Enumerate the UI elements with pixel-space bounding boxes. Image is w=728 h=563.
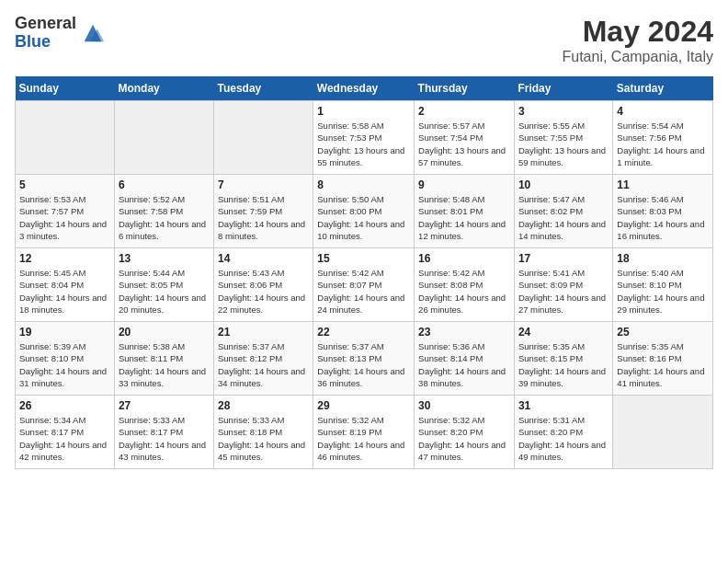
day-number: 20	[119, 326, 210, 339]
logo-blue: Blue	[15, 33, 76, 52]
day-number: 19	[19, 326, 110, 339]
day-number: 4	[617, 105, 709, 118]
day-cell	[114, 101, 213, 175]
day-number: 11	[617, 178, 709, 191]
day-cell: 20Sunrise: 5:38 AM Sunset: 8:11 PM Dayli…	[114, 322, 213, 396]
location: Futani, Campania, Italy	[562, 49, 713, 65]
day-detail: Sunrise: 5:45 AM Sunset: 8:04 PM Dayligh…	[19, 267, 110, 316]
day-cell: 19Sunrise: 5:39 AM Sunset: 8:10 PM Dayli…	[16, 322, 115, 396]
day-cell: 10Sunrise: 5:47 AM Sunset: 8:02 PM Dayli…	[514, 175, 612, 248]
day-header-friday: Friday	[514, 76, 612, 101]
day-header-sunday: Sunday	[16, 76, 115, 101]
week-row-1: 1Sunrise: 5:58 AM Sunset: 7:53 PM Daylig…	[16, 101, 713, 175]
day-detail: Sunrise: 5:50 AM Sunset: 8:00 PM Dayligh…	[317, 193, 410, 242]
calendar-table: SundayMondayTuesdayWednesdayThursdayFrid…	[15, 76, 713, 469]
day-number: 31	[518, 399, 609, 412]
day-cell: 27Sunrise: 5:33 AM Sunset: 8:17 PM Dayli…	[114, 396, 213, 469]
day-number: 14	[218, 252, 309, 265]
day-number: 3	[518, 105, 609, 118]
day-number: 12	[19, 252, 110, 265]
day-detail: Sunrise: 5:53 AM Sunset: 7:57 PM Dayligh…	[19, 193, 110, 242]
day-number: 16	[418, 252, 510, 265]
day-number: 17	[518, 252, 609, 265]
day-detail: Sunrise: 5:32 AM Sunset: 8:19 PM Dayligh…	[317, 414, 410, 463]
month-title: May 2024	[562, 15, 713, 49]
day-detail: Sunrise: 5:54 AM Sunset: 7:56 PM Dayligh…	[617, 120, 709, 168]
day-number: 18	[617, 252, 709, 265]
day-number: 10	[518, 178, 609, 191]
day-cell: 13Sunrise: 5:44 AM Sunset: 8:05 PM Dayli…	[114, 248, 213, 322]
day-detail: Sunrise: 5:46 AM Sunset: 8:03 PM Dayligh…	[617, 193, 709, 242]
day-cell: 16Sunrise: 5:42 AM Sunset: 8:08 PM Dayli…	[415, 248, 515, 322]
day-cell	[16, 101, 115, 175]
day-cell: 9Sunrise: 5:48 AM Sunset: 8:01 PM Daylig…	[415, 175, 515, 248]
logo: General Blue	[15, 15, 106, 52]
day-number: 1	[317, 105, 410, 118]
day-detail: Sunrise: 5:44 AM Sunset: 8:05 PM Dayligh…	[119, 267, 210, 316]
day-cell: 1Sunrise: 5:58 AM Sunset: 7:53 PM Daylig…	[313, 101, 415, 175]
day-number: 22	[317, 326, 410, 339]
day-header-tuesday: Tuesday	[214, 76, 313, 101]
days-header-row: SundayMondayTuesdayWednesdayThursdayFrid…	[16, 76, 713, 101]
day-cell: 26Sunrise: 5:34 AM Sunset: 8:17 PM Dayli…	[16, 396, 115, 469]
day-number: 28	[218, 399, 309, 412]
day-cell: 3Sunrise: 5:55 AM Sunset: 7:55 PM Daylig…	[514, 101, 612, 175]
logo-icon	[80, 20, 106, 46]
title-block: May 2024 Futani, Campania, Italy	[562, 15, 713, 65]
day-detail: Sunrise: 5:57 AM Sunset: 7:54 PM Dayligh…	[418, 120, 510, 168]
day-cell: 12Sunrise: 5:45 AM Sunset: 8:04 PM Dayli…	[16, 248, 115, 322]
day-cell: 11Sunrise: 5:46 AM Sunset: 8:03 PM Dayli…	[613, 175, 713, 248]
day-cell: 14Sunrise: 5:43 AM Sunset: 8:06 PM Dayli…	[214, 248, 313, 322]
day-cell: 18Sunrise: 5:40 AM Sunset: 8:10 PM Dayli…	[613, 248, 713, 322]
day-cell: 24Sunrise: 5:35 AM Sunset: 8:15 PM Dayli…	[514, 322, 612, 396]
day-cell	[214, 101, 313, 175]
day-detail: Sunrise: 5:43 AM Sunset: 8:06 PM Dayligh…	[218, 267, 309, 316]
day-detail: Sunrise: 5:55 AM Sunset: 7:55 PM Dayligh…	[518, 120, 609, 168]
day-number: 26	[19, 399, 110, 412]
day-cell: 29Sunrise: 5:32 AM Sunset: 8:19 PM Dayli…	[313, 396, 415, 469]
day-number: 29	[317, 399, 410, 412]
day-detail: Sunrise: 5:35 AM Sunset: 8:16 PM Dayligh…	[617, 340, 709, 389]
day-cell: 15Sunrise: 5:42 AM Sunset: 8:07 PM Dayli…	[313, 248, 415, 322]
day-number: 30	[418, 399, 510, 412]
logo-general: General	[15, 15, 76, 33]
day-detail: Sunrise: 5:37 AM Sunset: 8:12 PM Dayligh…	[218, 340, 309, 389]
page-header: General Blue May 2024 Futani, Campania, …	[15, 15, 713, 65]
day-cell: 4Sunrise: 5:54 AM Sunset: 7:56 PM Daylig…	[613, 101, 713, 175]
day-cell: 2Sunrise: 5:57 AM Sunset: 7:54 PM Daylig…	[415, 101, 515, 175]
day-cell	[613, 396, 713, 469]
day-cell: 5Sunrise: 5:53 AM Sunset: 7:57 PM Daylig…	[16, 175, 115, 248]
day-number: 6	[119, 178, 210, 191]
day-number: 9	[418, 178, 510, 191]
day-number: 5	[19, 178, 110, 191]
day-detail: Sunrise: 5:38 AM Sunset: 8:11 PM Dayligh…	[119, 340, 210, 389]
week-row-5: 26Sunrise: 5:34 AM Sunset: 8:17 PM Dayli…	[16, 396, 713, 469]
day-detail: Sunrise: 5:35 AM Sunset: 8:15 PM Dayligh…	[518, 340, 609, 389]
week-row-4: 19Sunrise: 5:39 AM Sunset: 8:10 PM Dayli…	[16, 322, 713, 396]
day-cell: 30Sunrise: 5:32 AM Sunset: 8:20 PM Dayli…	[415, 396, 515, 469]
day-number: 23	[418, 326, 510, 339]
day-detail: Sunrise: 5:42 AM Sunset: 8:08 PM Dayligh…	[418, 267, 510, 316]
day-number: 25	[617, 326, 709, 339]
day-detail: Sunrise: 5:33 AM Sunset: 8:17 PM Dayligh…	[119, 414, 210, 463]
day-cell: 21Sunrise: 5:37 AM Sunset: 8:12 PM Dayli…	[214, 322, 313, 396]
day-detail: Sunrise: 5:37 AM Sunset: 8:13 PM Dayligh…	[317, 340, 410, 389]
day-cell: 23Sunrise: 5:36 AM Sunset: 8:14 PM Dayli…	[415, 322, 515, 396]
day-detail: Sunrise: 5:40 AM Sunset: 8:10 PM Dayligh…	[617, 267, 709, 316]
day-header-wednesday: Wednesday	[313, 76, 415, 101]
day-detail: Sunrise: 5:52 AM Sunset: 7:58 PM Dayligh…	[119, 193, 210, 242]
day-detail: Sunrise: 5:34 AM Sunset: 8:17 PM Dayligh…	[19, 414, 110, 463]
day-cell: 28Sunrise: 5:33 AM Sunset: 8:18 PM Dayli…	[214, 396, 313, 469]
day-cell: 7Sunrise: 5:51 AM Sunset: 7:59 PM Daylig…	[214, 175, 313, 248]
day-cell: 6Sunrise: 5:52 AM Sunset: 7:58 PM Daylig…	[114, 175, 213, 248]
day-header-monday: Monday	[114, 76, 213, 101]
day-number: 15	[317, 252, 410, 265]
day-number: 13	[119, 252, 210, 265]
day-number: 2	[418, 105, 510, 118]
day-header-thursday: Thursday	[415, 76, 515, 101]
day-detail: Sunrise: 5:32 AM Sunset: 8:20 PM Dayligh…	[418, 414, 510, 463]
day-number: 24	[518, 326, 609, 339]
day-detail: Sunrise: 5:36 AM Sunset: 8:14 PM Dayligh…	[418, 340, 510, 389]
day-detail: Sunrise: 5:31 AM Sunset: 8:20 PM Dayligh…	[518, 414, 609, 463]
day-detail: Sunrise: 5:42 AM Sunset: 8:07 PM Dayligh…	[317, 267, 410, 316]
